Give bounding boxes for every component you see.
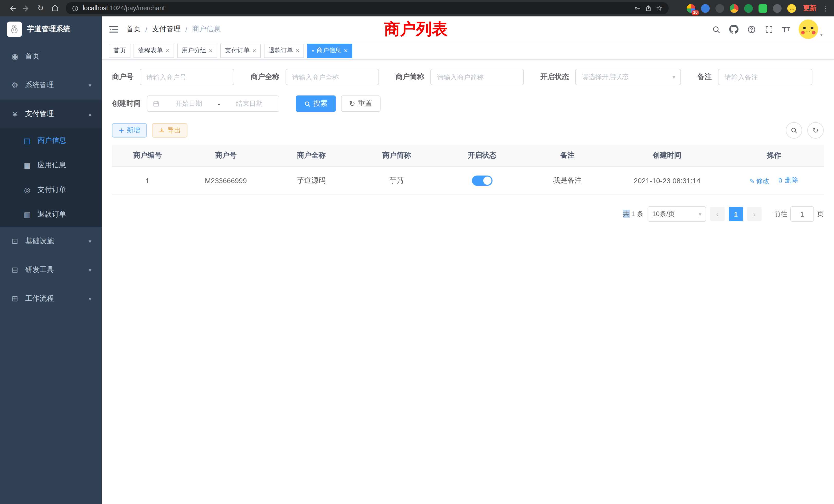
extension-green-square-icon[interactable] xyxy=(759,4,767,13)
tab-user-group[interactable]: 用户分组 × xyxy=(177,43,217,58)
sidebar-item-label: 退款订单 xyxy=(38,210,66,219)
tab-process-form[interactable]: 流程表单 × xyxy=(133,43,174,58)
tab-home[interactable]: 首页 xyxy=(109,43,130,58)
page-size-select[interactable]: 10条/页 ▾ xyxy=(648,206,706,222)
extension-darkgreen-icon[interactable] xyxy=(744,4,753,13)
total-text: 共 1 条 xyxy=(623,209,643,219)
close-icon[interactable]: × xyxy=(209,47,213,54)
browser-profile-avatar[interactable] xyxy=(787,4,796,13)
extension-pin-icon[interactable] xyxy=(773,4,782,13)
app-logo[interactable]: 芋道管理系统 xyxy=(0,17,102,42)
sidebar-item-label: 工作流程 xyxy=(25,294,83,303)
column-header-remark: 备注 xyxy=(525,145,610,166)
delete-button[interactable]: 删除 xyxy=(778,176,798,185)
browser-reload-icon[interactable]: ↻ xyxy=(34,2,47,15)
browser-update-button[interactable]: 更新 xyxy=(803,4,816,13)
sidebar-item-app-info[interactable]: ▦ 应用信息 xyxy=(0,153,102,178)
tab-label: 支付订单 xyxy=(225,46,249,55)
fullscreen-icon[interactable] xyxy=(764,25,773,33)
sidebar-item-dev-tools[interactable]: ⊟ 研发工具 ▾ xyxy=(0,256,102,284)
document-icon: ▥ xyxy=(23,210,32,219)
extension-blue-icon[interactable] xyxy=(701,4,710,13)
breadcrumb-section[interactable]: 支付管理 xyxy=(152,25,181,34)
status-select[interactable]: 请选择开启状态 ▾ xyxy=(575,69,681,85)
export-button[interactable]: 导出 xyxy=(152,123,188,138)
sidebar-item-system[interactable]: ⚙ 系统管理 ▾ xyxy=(0,71,102,99)
button-label: 搜索 xyxy=(313,99,328,108)
sidebar-item-label: 支付管理 xyxy=(25,109,83,118)
close-icon[interactable]: × xyxy=(296,47,300,54)
close-icon[interactable]: × xyxy=(166,47,169,54)
filter-status: 开启状态 请选择开启状态 ▾ xyxy=(540,69,681,85)
browser-home-icon[interactable] xyxy=(48,2,62,15)
toggle-search-icon[interactable] xyxy=(786,122,802,139)
sidebar-item-pay-order[interactable]: ◎ 支付订单 xyxy=(0,178,102,202)
sidebar-item-home[interactable]: ◉ 首页 xyxy=(0,42,102,71)
filter-remark: 备注 xyxy=(697,69,812,85)
next-page-button[interactable]: › xyxy=(747,207,762,221)
create-time-range-picker[interactable]: 开始日期 - 结束日期 xyxy=(147,95,279,112)
reset-button[interactable]: ↻ 重置 xyxy=(341,95,380,112)
edit-button[interactable]: ✎ 修改 xyxy=(749,177,770,186)
close-icon[interactable]: × xyxy=(252,47,256,54)
search-button[interactable]: 搜索 xyxy=(296,95,336,112)
field-label: 创建时间 xyxy=(112,99,141,108)
help-icon[interactable] xyxy=(747,25,756,33)
column-header-id: 商户编号 xyxy=(112,145,183,166)
user-menu[interactable]: ▾ xyxy=(798,20,823,39)
tab-pay-order[interactable]: 支付订单 × xyxy=(220,43,261,58)
sidebar-item-label: 应用信息 xyxy=(38,161,66,170)
close-icon[interactable]: × xyxy=(344,47,348,54)
goto-page: 前往 页 xyxy=(774,206,824,222)
merchant-no-input[interactable] xyxy=(140,69,234,85)
chevron-down-icon: ▾ xyxy=(699,211,702,217)
trash-icon xyxy=(778,177,784,183)
total-prefix: 共 xyxy=(623,210,629,217)
avatar[interactable] xyxy=(798,20,818,39)
prev-page-button[interactable]: ‹ xyxy=(710,207,725,221)
share-icon[interactable] xyxy=(645,5,652,12)
tab-refund-order[interactable]: 退款订单 × xyxy=(264,43,304,58)
breadcrumb-separator: / xyxy=(145,25,147,33)
cell-create-time: 2021-10-23 08:31:14 xyxy=(610,166,724,195)
refresh-table-icon[interactable]: ↻ xyxy=(807,122,824,139)
sidebar-item-merchant-info[interactable]: ▤ 商户信息 xyxy=(0,128,102,153)
sidebar-item-payment[interactable]: ¥ 支付管理 ▴ xyxy=(0,99,102,128)
extension-ring-icon[interactable] xyxy=(730,4,739,13)
extension-colorful-icon[interactable]: 10 xyxy=(687,4,695,13)
status-toggle[interactable] xyxy=(472,176,492,186)
sidebar-item-workflow[interactable]: ⊞ 工作流程 ▾ xyxy=(0,284,102,313)
tools-icon: ⊟ xyxy=(10,265,20,275)
browser-menu-icon[interactable]: ⋮ xyxy=(822,4,829,12)
goto-page-input[interactable] xyxy=(790,206,814,222)
github-icon[interactable] xyxy=(729,25,738,34)
card-icon: ▤ xyxy=(23,137,32,145)
address-bar[interactable]: localhost:1024/pay/merchant ☆ xyxy=(66,2,668,14)
page-number-button[interactable]: 1 xyxy=(729,207,743,221)
screen: ↻ localhost:1024/pay/merchant ☆ 10 xyxy=(0,0,834,504)
chevron-down-icon: ▾ xyxy=(89,82,91,89)
font-size-icon[interactable]: TT xyxy=(782,25,790,33)
search-icon[interactable] xyxy=(711,25,720,33)
goto-label: 前往 xyxy=(774,209,787,219)
password-key-icon[interactable] xyxy=(634,5,641,12)
browser-forward-icon[interactable] xyxy=(20,2,33,15)
add-button[interactable]: 新增 xyxy=(112,123,147,138)
bookmark-star-icon[interactable]: ☆ xyxy=(656,5,662,12)
sidebar-item-refund-order[interactable]: ▥ 退款订单 xyxy=(0,202,102,227)
chevron-down-icon: ▾ xyxy=(89,238,91,245)
remark-input[interactable] xyxy=(718,69,812,85)
short-name-input[interactable] xyxy=(430,69,524,85)
sidebar-item-infrastructure[interactable]: ⊡ 基础设施 ▾ xyxy=(0,227,102,256)
site-info-icon[interactable] xyxy=(72,5,79,12)
full-name-input[interactable] xyxy=(286,69,379,85)
sidebar-item-label: 首页 xyxy=(25,52,91,61)
sidebar-collapse-icon[interactable] xyxy=(109,25,118,33)
filter-row-1: 商户号 商户全称 商户简称 开启状态 请选择开启状态 xyxy=(112,69,824,85)
browser-back-icon[interactable] xyxy=(5,2,19,15)
tab-merchant-info[interactable]: ● 商户信息 × xyxy=(307,43,353,58)
workflow-icon: ⊞ xyxy=(10,294,20,303)
breadcrumb-home[interactable]: 首页 xyxy=(126,25,141,34)
extension-gray-icon[interactable] xyxy=(716,4,724,13)
table-row: 1 M233666999 芋道源码 芋艿 我是备注 2021-10-23 08:… xyxy=(112,166,824,195)
